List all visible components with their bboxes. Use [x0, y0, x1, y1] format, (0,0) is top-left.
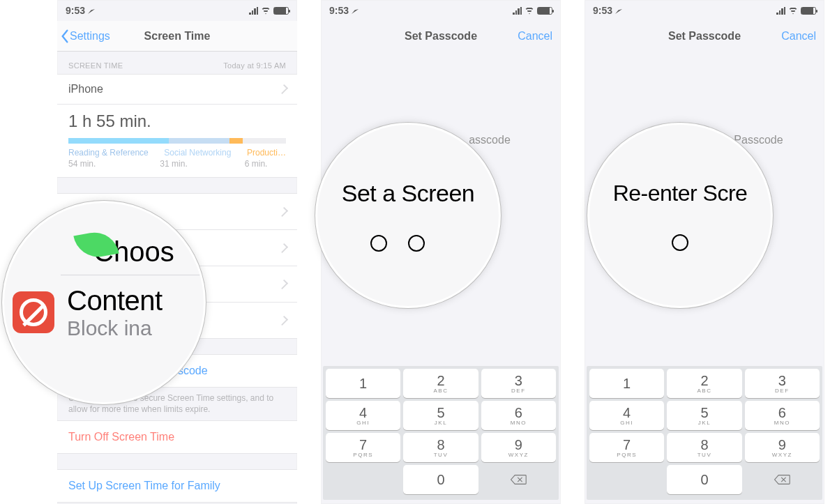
key-9[interactable]: 9WXYZ [481, 433, 556, 462]
mag-title: Set a Screen [342, 180, 475, 207]
total-time: 1 h 55 min. [68, 112, 286, 131]
mag-title: Re-enter Scre [613, 181, 748, 206]
chevron-right-icon [278, 84, 288, 94]
cancel-button[interactable]: Cancel [781, 30, 816, 43]
nav-bar: Settings Screen Time [57, 21, 297, 52]
mag-content-label: Content [67, 285, 163, 316]
device-label: iPhone [68, 83, 103, 96]
key-7[interactable]: 7PQRS [326, 433, 400, 462]
nav-title: Screen Time [57, 30, 297, 43]
cell-signal-icon [776, 7, 785, 15]
chevron-right-icon [278, 206, 288, 216]
wifi-icon [261, 7, 271, 15]
magnifier-reenter-screen: Re-enter Scre [587, 123, 773, 308]
key-6[interactable]: 6MNO [745, 401, 820, 430]
key-5[interactable]: 5JKL [403, 401, 478, 430]
prohibit-icon [13, 291, 54, 333]
key-0[interactable]: 0 [403, 465, 478, 494]
key-3[interactable]: 3DEF [745, 369, 820, 398]
key-2[interactable]: 2ABC [667, 369, 741, 398]
key-8[interactable]: 8TUV [403, 433, 478, 462]
chevron-right-icon [278, 243, 288, 252]
turn-off-link[interactable]: Turn Off Screen Time [57, 420, 297, 454]
key-5[interactable]: 5JKL [667, 401, 741, 430]
key-1[interactable]: 1 [589, 369, 664, 398]
wifi-icon [788, 7, 798, 15]
key-9[interactable]: 9WXYZ [745, 433, 820, 462]
battery-icon [801, 7, 816, 15]
location-icon [352, 7, 359, 14]
cat-social: Social Networking [164, 148, 231, 158]
nav-bar: Set Passcode Cancel [321, 21, 561, 52]
section-header-label: SCREEN TIME [68, 61, 123, 70]
chevron-right-icon [278, 315, 288, 325]
chevron-right-icon [278, 279, 288, 289]
key-4[interactable]: 4GHI [326, 401, 400, 430]
cell-signal-icon [513, 7, 522, 15]
key-0[interactable]: 0 [667, 465, 741, 494]
min3: 6 min. [245, 159, 268, 169]
nav-bar: Set Passcode Cancel [585, 21, 824, 52]
status-bar: 9:53 [321, 0, 561, 21]
device-cell[interactable]: iPhone [57, 74, 297, 105]
mag-dots [672, 234, 688, 251]
key-4[interactable]: 4GHI [589, 401, 664, 430]
numeric-keypad: 1 2ABC 3DEF 4GHI 5JKL 6MNO 7PQRS 8TUV 9W… [323, 366, 559, 500]
usage-minutes: 54 min. 31 min. 6 min. [68, 159, 286, 169]
mag-block-label: Block ina [67, 316, 163, 340]
key-delete[interactable] [481, 465, 556, 494]
cat-productivity: Producti… [247, 148, 286, 158]
key-7[interactable]: 7PQRS [589, 433, 664, 462]
backspace-icon [510, 473, 527, 486]
key-delete[interactable] [745, 465, 820, 494]
usage-card[interactable]: 1 h 55 min. Reading & Reference Social N… [57, 105, 297, 178]
key-2[interactable]: 2ABC [403, 369, 478, 398]
cat-reading: Reading & Reference [68, 148, 149, 158]
mag-dots [370, 235, 425, 252]
section-header: SCREEN TIME Today at 9:15 AM [57, 52, 297, 74]
key-3[interactable]: 3DEF [481, 369, 556, 398]
status-bar: 9:53 [57, 0, 297, 21]
family-link[interactable]: Set Up Screen Time for Family [57, 469, 297, 503]
cell-signal-icon [249, 7, 258, 15]
min2: 31 min. [160, 159, 187, 169]
usage-bar [68, 138, 286, 144]
section-header-time: Today at 9:15 AM [223, 61, 286, 70]
location-icon [88, 7, 95, 14]
status-time: 9:53 [329, 5, 349, 16]
usage-categories: Reading & Reference Social Networking Pr… [68, 148, 286, 158]
location-icon [615, 7, 622, 14]
backspace-icon [774, 473, 790, 486]
magnifier-content-restrictions: Choos Content Block ina [2, 201, 206, 404]
status-bar: 9:53 [585, 0, 824, 21]
wifi-icon [525, 7, 534, 15]
key-6[interactable]: 6MNO [481, 401, 556, 430]
magnifier-set-screen: Set a Screen [315, 123, 501, 308]
cancel-button[interactable]: Cancel [518, 30, 552, 43]
battery-icon [273, 7, 289, 15]
min1: 54 min. [68, 159, 96, 169]
numeric-keypad: 1 2ABC 3DEF 4GHI 5JKL 6MNO 7PQRS 8TUV 9W… [587, 366, 822, 500]
status-time: 9:53 [66, 5, 85, 16]
battery-icon [537, 7, 552, 15]
key-8[interactable]: 8TUV [667, 433, 741, 462]
key-1[interactable]: 1 [326, 369, 400, 398]
status-time: 9:53 [593, 5, 612, 16]
